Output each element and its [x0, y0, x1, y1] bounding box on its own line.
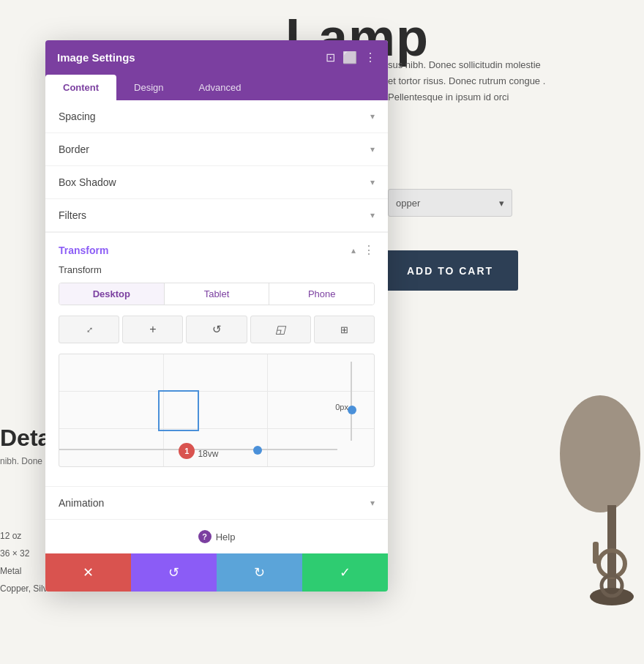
split-view-icon[interactable]: ⬜: [342, 51, 357, 64]
v-slider-value: 0px: [335, 403, 348, 411]
transform-body: Transform Desktop Tablet Phone: [45, 264, 388, 486]
transform-header-controls: ▴ ⋮: [351, 243, 375, 257]
filters-chevron-icon: ▾: [370, 210, 375, 220]
spacing-label: Spacing: [59, 111, 96, 122]
tab-design[interactable]: Design: [116, 75, 181, 100]
h-slider-thumb[interactable]: [253, 446, 262, 455]
cancel-icon: ✕: [83, 564, 94, 581]
badge-value: 18vw: [198, 449, 218, 459]
v-slider-thumb[interactable]: [348, 406, 356, 414]
badge-number: 1: [184, 447, 189, 455]
badge-indicator: 1: [179, 443, 195, 459]
box-shadow-label: Box Shadow: [59, 176, 116, 188]
transform-preview-box: [158, 390, 199, 431]
transform-canvas: 0px 1 18vw: [59, 354, 375, 467]
v-slider-track: [351, 362, 352, 441]
tab-tablet[interactable]: Tablet: [165, 283, 270, 305]
spacing-chevron-icon: ▾: [370, 111, 375, 122]
panel-body: Spacing ▾ Border ▾ Box Shadow ▾ Filters …: [45, 100, 388, 553]
skew-icon: ◱: [275, 323, 285, 336]
transform-title: Transform: [59, 245, 108, 256]
filters-section[interactable]: Filters ▾: [45, 199, 388, 232]
canvas-inner: 0px 1 18vw: [59, 354, 374, 466]
product-description: sus nibh. Donec sollicitudin molestie et…: [388, 57, 549, 105]
tab-phone[interactable]: Phone: [269, 283, 374, 305]
scale-icon: +: [149, 323, 156, 336]
transform-more-icon[interactable]: ⋮: [363, 243, 375, 257]
transform-label: Transform: [59, 264, 375, 275]
rotate-transform-btn[interactable]: ↺: [186, 316, 247, 343]
svg-point-0: [560, 395, 640, 512]
transform-collapse-icon[interactable]: ▴: [351, 245, 356, 255]
animation-label: Animation: [59, 497, 104, 509]
canvas-hline-1: [59, 391, 374, 392]
border-label: Border: [59, 143, 89, 155]
help-icon: ?: [198, 530, 211, 543]
canvas-hline-2: [59, 428, 374, 429]
origin-transform-btn[interactable]: ⊞: [314, 316, 375, 343]
cancel-button[interactable]: ✕: [45, 553, 131, 592]
minimize-icon[interactable]: ⊡: [326, 51, 335, 64]
tab-content[interactable]: Content: [45, 75, 116, 100]
image-settings-panel: Image Settings ⊡ ⬜ ⋮ Content Design Adva…: [45, 40, 388, 592]
device-tabs: Desktop Tablet Phone: [59, 283, 375, 305]
animation-chevron-icon: ▾: [370, 498, 375, 508]
lamp-image-right: [527, 307, 644, 659]
tab-desktop[interactable]: Desktop: [59, 283, 165, 305]
border-section[interactable]: Border ▾: [45, 133, 388, 166]
confirm-button[interactable]: ✓: [302, 553, 388, 592]
transform-header: Transform ▴ ⋮: [45, 233, 388, 264]
help-label: Help: [216, 531, 236, 542]
panel-title: Image Settings: [57, 51, 135, 64]
panel-tabs: Content Design Advanced: [45, 75, 388, 100]
more-options-icon[interactable]: ⋮: [364, 51, 376, 64]
position-transform-btn[interactable]: ↔: [59, 316, 119, 343]
undo-button[interactable]: ↺: [131, 553, 217, 592]
filters-label: Filters: [59, 209, 86, 221]
box-shadow-section[interactable]: Box Shadow ▾: [45, 166, 388, 199]
product-variant-dropdown[interactable]: opper ▾: [388, 189, 512, 217]
panel-header: Image Settings ⊡ ⬜ ⋮: [45, 40, 388, 75]
transform-icons-row: ↔ + ↺ ◱ ⊞: [59, 316, 375, 343]
undo-icon: ↺: [168, 564, 179, 581]
help-row[interactable]: ? Help: [45, 519, 388, 553]
panel-footer: ✕ ↺ ↻ ✓: [45, 553, 388, 592]
skew-transform-btn[interactable]: ◱: [250, 316, 311, 343]
dropdown-value: opper: [396, 198, 420, 209]
box-shadow-chevron-icon: ▾: [370, 177, 375, 187]
add-to-cart-button[interactable]: ADD TO CART: [382, 250, 518, 291]
border-chevron-icon: ▾: [370, 144, 375, 154]
panel-header-icons: ⊡ ⬜ ⋮: [326, 51, 376, 64]
tab-advanced[interactable]: Advanced: [181, 75, 259, 100]
origin-icon: ⊞: [340, 324, 348, 335]
transform-section: Transform ▴ ⋮ Transform Desktop Tablet: [45, 232, 388, 486]
animation-section[interactable]: Animation ▾: [45, 486, 388, 519]
position-icon: ↔: [81, 321, 97, 337]
confirm-icon: ✓: [340, 564, 351, 581]
redo-button[interactable]: ↻: [217, 553, 302, 592]
rotate-icon: ↺: [212, 323, 222, 336]
scale-transform-btn[interactable]: +: [122, 316, 183, 343]
redo-icon: ↻: [254, 564, 265, 581]
spacing-section[interactable]: Spacing ▾: [45, 100, 388, 133]
dropdown-chevron-icon: ▾: [499, 198, 504, 209]
